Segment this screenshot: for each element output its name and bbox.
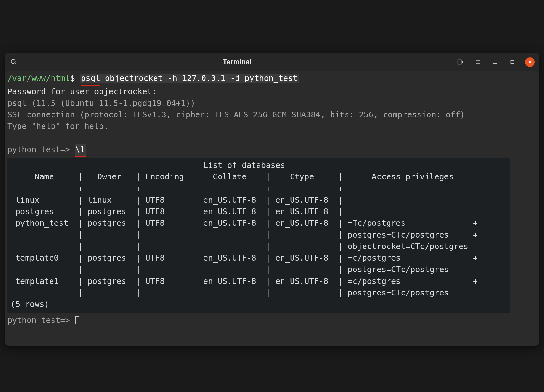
window-title: Terminal — [21, 58, 453, 66]
hamburger-menu-icon[interactable] — [473, 58, 482, 67]
command-underlined: psql — [81, 73, 100, 86]
psql-prompt-line: python_test=> \l — [7, 144, 537, 157]
cursor-icon — [75, 316, 79, 324]
terminal-window: Terminal — [5, 53, 539, 345]
psql-help-line: Type "help" for help. — [7, 121, 537, 132]
svg-rect-2 — [458, 60, 462, 64]
database-table: List of databases Name | Owner | Encodin… — [7, 158, 510, 313]
terminal-output[interactable]: /var/www/html$ psql objectrocket -h 127.… — [5, 71, 539, 345]
psql-ssl-line: SSL connection (protocol: TLSv1.3, ciphe… — [7, 109, 537, 121]
svg-point-0 — [11, 59, 15, 64]
command-text: psql objectrocket -h 127.0.0.1 -d python… — [80, 74, 299, 83]
psql-command: \l — [75, 144, 86, 157]
prompt-dollar: $ — [70, 74, 75, 83]
close-button[interactable] — [525, 57, 535, 67]
psql-version: psql (11.5 (Ubuntu 11.5-1.pgdg19.04+1)) — [7, 98, 537, 109]
svg-line-1 — [15, 63, 16, 65]
password-prompt: Password for user objectrocket: — [7, 86, 537, 98]
cwd-path: /var/www/html — [7, 74, 70, 83]
new-tab-icon[interactable] — [456, 58, 465, 67]
minimize-button[interactable] — [491, 58, 500, 67]
psql-prompt: python_test=> — [7, 145, 70, 154]
search-icon[interactable] — [9, 58, 18, 67]
maximize-button[interactable] — [508, 58, 517, 67]
command-rest: objectrocket -h 127.0.0.1 -d python_test — [100, 74, 298, 83]
blank-line — [7, 132, 537, 144]
titlebar: Terminal — [5, 53, 539, 71]
psql-prompt-idle: python_test=> — [7, 315, 537, 326]
shell-prompt-line: /var/www/html$ psql objectrocket -h 127.… — [7, 73, 537, 86]
svg-rect-9 — [511, 60, 514, 63]
